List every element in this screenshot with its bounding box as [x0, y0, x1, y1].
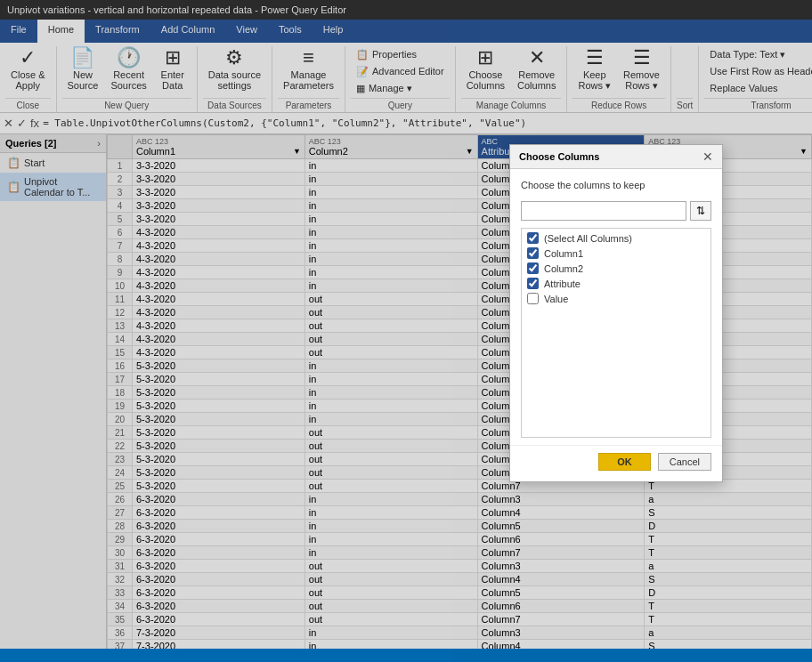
- modal-column-label: Column1: [544, 248, 583, 259]
- modal-column-checkbox[interactable]: [527, 232, 539, 244]
- modal-title-bar: Choose Columns ✕: [510, 145, 722, 169]
- modal-cancel-button[interactable]: Cancel: [658, 453, 711, 471]
- modal-column-label: (Select All Columns): [544, 233, 632, 244]
- modal-column-item[interactable]: Column2: [527, 262, 705, 274]
- modal-column-label: Column2: [544, 263, 583, 274]
- modal-column-label: Value: [544, 294, 568, 304]
- modal-overlay: Choose Columns ✕ Choose the columns to k…: [0, 0, 812, 662]
- modal-body: Choose the columns to keep ⇅ (Select All…: [510, 169, 722, 445]
- modal-column-checkbox[interactable]: [527, 293, 539, 304]
- modal-ok-button[interactable]: OK: [598, 453, 651, 471]
- modal-column-item[interactable]: Attribute: [527, 278, 705, 289]
- modal-column-checkbox[interactable]: [527, 278, 539, 289]
- modal-search-row: ⇅: [521, 201, 711, 221]
- modal-column-item[interactable]: Column1: [527, 247, 705, 259]
- modal-column-checkbox[interactable]: [527, 262, 539, 274]
- modal-search-input[interactable]: [521, 201, 686, 221]
- modal-column-label: Attribute: [544, 279, 581, 289]
- modal-close-button[interactable]: ✕: [702, 150, 713, 163]
- modal-search-button[interactable]: ⇅: [690, 201, 711, 221]
- modal-column-checkbox[interactable]: [527, 247, 539, 259]
- modal-title: Choose Columns: [519, 151, 599, 162]
- modal-column-item[interactable]: (Select All Columns): [527, 232, 705, 244]
- modal-subtitle: Choose the columns to keep: [521, 180, 711, 190]
- modal-columns-list: (Select All Columns)Column1Column2Attrib…: [521, 228, 711, 438]
- modal-footer: OK Cancel: [510, 445, 722, 481]
- modal-column-item[interactable]: Value: [527, 293, 705, 304]
- choose-columns-modal: Choose Columns ✕ Choose the columns to k…: [509, 144, 723, 482]
